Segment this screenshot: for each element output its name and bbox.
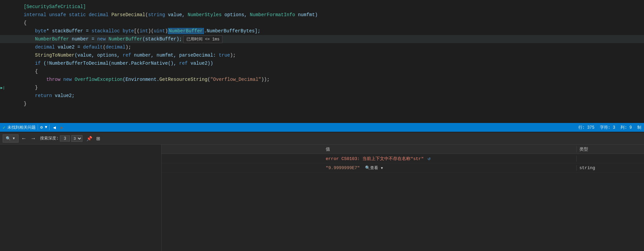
bottom-toolbar: 🔍 ▼ ← → 搜索深度: 3 1 2 4 5 📌 ⊞ (0, 132, 644, 145)
encoding-label: 制 (637, 125, 641, 130)
status-right: 行: 375 字符: 3 列: 9 制 (578, 125, 641, 130)
col-value-header: 值 (323, 146, 577, 152)
watch-table: 值 类型 error CS0103: 当前上下文中不存在名称"str" ↺ "9… (162, 145, 644, 251)
status-divider-1 (38, 125, 38, 130)
type-value: string (579, 165, 595, 170)
search-button[interactable]: 🔍 ▼ (3, 134, 19, 143)
col-type-header: 类型 (577, 146, 644, 152)
search-dropdown-icon: ▼ (12, 136, 15, 140)
left-watch-panel (0, 145, 162, 251)
pin-button[interactable]: 📌 (85, 135, 94, 142)
watch-row-error[interactable]: error CS0103: 当前上下文中不存在名称"str" ↺ (162, 154, 644, 163)
line-info: 行: 375 (578, 125, 595, 130)
watch-row-error-value: error CS0103: 当前上下文中不存在名称"str" ↺ (323, 156, 577, 162)
search-depth-label: 搜索深度: (40, 135, 59, 141)
bottom-content: 值 类型 error CS0103: 当前上下文中不存在名称"str" ↺ "9… (0, 145, 644, 251)
search-value-icon[interactable]: 🔍查看 (365, 166, 378, 170)
col-info: 列: 9 (620, 125, 632, 130)
status-divider-2 (49, 125, 49, 130)
nav-left-arrow[interactable]: ◀ (51, 125, 57, 130)
no-issues-label: 未找到相关问题 (7, 125, 36, 130)
code-line-13: } (0, 100, 644, 108)
nav-right-arrow[interactable]: ▶ (59, 125, 65, 130)
error-text: error CS0103: 当前上下文中不存在名称"str" (326, 156, 424, 161)
watch-row-string-value: "9.9999999E7" 🔍查看 ▼ (323, 165, 577, 171)
dropdown-arrow[interactable]: ▼ (45, 125, 47, 130)
status-left: ✓ 未找到相关问题 ⚙ ▼ ◀ ▶ (3, 125, 576, 130)
filter-icon[interactable]: ⚙ (40, 125, 43, 130)
grid-button[interactable]: ⊞ (95, 135, 102, 142)
refresh-icon[interactable]: ↺ (428, 156, 430, 161)
search-value-dropdown[interactable]: ▼ (381, 166, 383, 170)
depth-input[interactable] (60, 135, 70, 142)
watch-row-string[interactable]: "9.9999999E7" 🔍查看 ▼ string (162, 163, 644, 173)
code-editor: [SecuritySafeCritical] internal unsafe s… (0, 0, 644, 123)
col-value: 9 (630, 125, 632, 130)
char-info: 字符: 3 (600, 125, 615, 130)
char-value: 3 (613, 125, 615, 130)
token: } (24, 101, 26, 106)
line-value: 375 (587, 125, 595, 130)
depth-dropdown[interactable]: 3 1 2 4 5 (71, 135, 82, 142)
bp-11: ▶| (0, 86, 5, 90)
line-content-13: } (5, 96, 644, 112)
forward-button[interactable]: → (29, 135, 37, 142)
watch-header: 值 类型 (162, 145, 644, 154)
search-magnify-icon: 🔍 (6, 136, 11, 141)
back-button[interactable]: ← (20, 135, 28, 142)
string-value-text: "9.9999999E7" (326, 165, 360, 170)
check-icon: ✓ (3, 125, 5, 130)
bottom-panel: 🔍 ▼ ← → 搜索深度: 3 1 2 4 5 📌 ⊞ 值 类型 (0, 132, 644, 251)
char-label: 字符: (600, 125, 610, 130)
status-bar: ✓ 未找到相关问题 ⚙ ▼ ◀ ▶ 行: 375 字符: 3 列: 9 制 (0, 123, 644, 132)
col-label: 列: (620, 125, 627, 130)
watch-row-string-type: string (577, 165, 644, 170)
line-label: 行: (578, 125, 585, 130)
